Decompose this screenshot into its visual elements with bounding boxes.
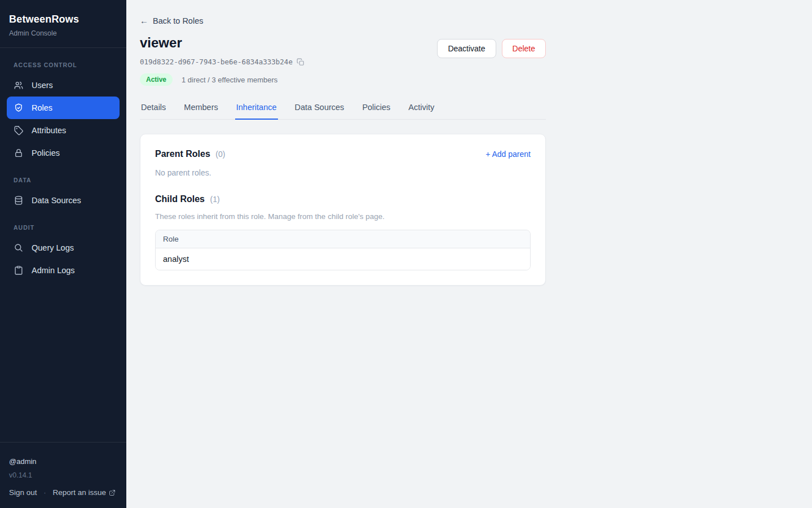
deactivate-button[interactable]: Deactivate [437,39,496,58]
search-icon [14,243,24,253]
sidebar-item-label: Policies [32,148,60,157]
sidebar-item-label: Admin Logs [32,266,75,275]
sidebar-item-roles[interactable]: Roles [7,97,120,119]
tab-details[interactable]: Details [140,99,167,120]
status-badge: Active [140,73,173,86]
users-icon [14,80,24,90]
sidebar-nav: ACCESS CONTROL Users Roles Attributes Po… [0,48,126,282]
nav-section-audit: AUDIT [0,217,126,237]
sign-out-link[interactable]: Sign out [9,488,37,497]
tab-activity[interactable]: Activity [407,99,435,120]
members-summary: 1 direct / 3 effective members [182,76,277,84]
app-title: BetweenRows [9,14,117,25]
add-parent-button[interactable]: + Add parent [486,150,531,159]
sidebar-item-data-sources[interactable]: Data Sources [7,189,120,212]
sidebar-item-query-logs[interactable]: Query Logs [7,237,120,259]
sidebar-item-label: Roles [32,103,52,112]
child-roles-table: Role analyst [155,230,531,270]
tab-members[interactable]: Members [183,99,219,120]
back-arrow-icon: ← [140,16,148,25]
role-uuid: 019d8322-d967-7943-be6e-6834a333b24e [140,58,293,66]
shield-check-icon [14,103,24,113]
back-to-roles-link[interactable]: ← Back to Roles [140,16,203,25]
sidebar-item-label: Data Sources [32,196,81,205]
app-version: v0.14.1 [9,471,117,479]
parent-roles-empty-text: No parent roles. [155,168,531,177]
sidebar-item-label: Attributes [32,126,66,135]
sidebar: BetweenRows Admin Console ACCESS CONTROL… [0,0,126,508]
nav-section-access-control: ACCESS CONTROL [0,55,126,74]
report-issue-label: Report an issue [53,488,107,497]
sidebar-item-policies[interactable]: Policies [7,142,120,164]
parent-roles-title: Parent Roles [155,149,210,159]
tag-icon [14,125,24,135]
sidebar-item-label: Query Logs [32,243,74,252]
child-roles-description: These roles inherit from this role. Mana… [155,212,531,221]
tab-data-sources[interactable]: Data Sources [294,99,346,120]
database-icon [14,195,24,205]
main-content: ← Back to Roles viewer 019d8322-d967-794… [126,0,812,508]
clipboard-icon [14,265,24,275]
parent-roles-heading: Parent Roles (0) [155,149,225,159]
report-issue-link[interactable]: Report an issue [53,488,116,497]
table-row[interactable]: analyst [156,248,530,270]
child-roles-title: Child Roles [155,194,205,204]
child-roles-count: (1) [210,195,219,204]
copy-icon[interactable] [297,58,304,66]
sidebar-footer: @admin v0.14.1 Sign out · Report an issu… [0,443,126,508]
sidebar-item-admin-logs[interactable]: Admin Logs [7,259,120,282]
child-roles-heading: Child Roles (1) [155,194,220,204]
external-link-icon [109,489,116,496]
back-link-label: Back to Roles [153,16,203,25]
brand-block: BetweenRows Admin Console [0,0,126,47]
parent-roles-count: (0) [215,150,225,159]
sidebar-item-attributes[interactable]: Attributes [7,119,120,142]
tab-policies[interactable]: Policies [361,99,391,120]
footer-separator: · [44,489,46,497]
table-column-role: Role [156,230,530,248]
nav-section-data: DATA [0,170,126,189]
lock-icon [14,148,24,158]
current-user: @admin [9,457,117,466]
sidebar-item-users[interactable]: Users [7,74,120,97]
inheritance-panel: Parent Roles (0) + Add parent No parent … [140,134,546,286]
role-header: viewer 019d8322-d967-7943-be6e-6834a333b… [140,35,304,86]
tab-inheritance[interactable]: Inheritance [235,99,278,120]
delete-button[interactable]: Delete [502,39,546,58]
page-title: viewer [140,35,304,51]
role-tabs: Details Members Inheritance Data Sources… [140,99,546,120]
sidebar-item-label: Users [32,81,53,90]
app-subtitle: Admin Console [9,29,117,37]
